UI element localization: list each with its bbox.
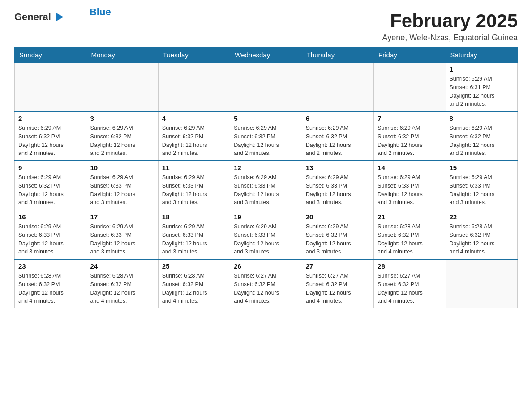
col-saturday: Saturday <box>446 47 517 63</box>
day-number: 26 <box>234 262 298 270</box>
col-sunday: Sunday <box>15 47 86 63</box>
day-number: 27 <box>306 262 370 270</box>
day-number: 3 <box>90 115 154 122</box>
day-number: 22 <box>450 213 514 221</box>
calendar-cell-w1-d7: 1Sunrise: 6:29 AM Sunset: 6:31 PM Daylig… <box>446 63 517 112</box>
logo-general: General <box>14 11 51 23</box>
day-info: Sunrise: 6:28 AM Sunset: 6:32 PM Dayligh… <box>162 272 226 305</box>
day-number: 18 <box>162 213 226 221</box>
calendar-cell-w4-d6: 21Sunrise: 6:28 AM Sunset: 6:32 PM Dayli… <box>374 210 446 259</box>
calendar-cell-w1-d1 <box>15 63 86 112</box>
calendar-cell-w4-d1: 16Sunrise: 6:29 AM Sunset: 6:33 PM Dayli… <box>15 210 86 259</box>
calendar-cell-w2-d5: 6Sunrise: 6:29 AM Sunset: 6:32 PM Daylig… <box>302 111 373 161</box>
calendar-cell-w3-d7: 15Sunrise: 6:29 AM Sunset: 6:33 PM Dayli… <box>446 161 517 210</box>
day-info: Sunrise: 6:29 AM Sunset: 6:31 PM Dayligh… <box>450 75 514 108</box>
calendar-cell-w2-d2: 3Sunrise: 6:29 AM Sunset: 6:32 PM Daylig… <box>86 111 158 161</box>
calendar-cell-w2-d4: 5Sunrise: 6:29 AM Sunset: 6:32 PM Daylig… <box>230 111 302 161</box>
day-number: 25 <box>162 262 226 270</box>
day-info: Sunrise: 6:29 AM Sunset: 6:32 PM Dayligh… <box>306 223 370 256</box>
day-number: 24 <box>90 262 154 270</box>
calendar-cell-w4-d7: 22Sunrise: 6:28 AM Sunset: 6:32 PM Dayli… <box>446 210 517 259</box>
day-info: Sunrise: 6:28 AM Sunset: 6:32 PM Dayligh… <box>378 223 442 256</box>
calendar-cell-w5-d4: 26Sunrise: 6:27 AM Sunset: 6:32 PM Dayli… <box>230 259 302 308</box>
calendar-cell-w2-d3: 4Sunrise: 6:29 AM Sunset: 6:32 PM Daylig… <box>158 111 230 161</box>
day-number: 28 <box>378 262 442 270</box>
day-info: Sunrise: 6:29 AM Sunset: 6:33 PM Dayligh… <box>162 173 226 207</box>
day-number: 19 <box>234 213 298 221</box>
svg-marker-0 <box>56 13 64 21</box>
day-number: 6 <box>306 115 370 122</box>
calendar-cell-w5-d3: 25Sunrise: 6:28 AM Sunset: 6:32 PM Dayli… <box>158 259 230 308</box>
calendar-cell-w2-d1: 2Sunrise: 6:29 AM Sunset: 6:32 PM Daylig… <box>15 111 86 161</box>
logo: General Blue <box>14 11 111 23</box>
day-number: 2 <box>18 115 82 122</box>
calendar-subtitle: Ayene, Wele-Nzas, Equatorial Guinea <box>382 33 518 43</box>
day-info: Sunrise: 6:27 AM Sunset: 6:32 PM Dayligh… <box>306 272 370 305</box>
day-info: Sunrise: 6:29 AM Sunset: 6:33 PM Dayligh… <box>18 223 82 256</box>
calendar-cell-w1-d6 <box>374 63 446 112</box>
day-number: 5 <box>234 115 298 122</box>
calendar-cell-w3-d6: 14Sunrise: 6:29 AM Sunset: 6:33 PM Dayli… <box>374 161 446 210</box>
day-info: Sunrise: 6:29 AM Sunset: 6:33 PM Dayligh… <box>90 223 154 256</box>
calendar-cell-w5-d1: 23Sunrise: 6:28 AM Sunset: 6:32 PM Dayli… <box>15 259 86 308</box>
day-info: Sunrise: 6:29 AM Sunset: 6:32 PM Dayligh… <box>378 124 442 158</box>
calendar-cell-w3-d5: 13Sunrise: 6:29 AM Sunset: 6:33 PM Dayli… <box>302 161 373 210</box>
day-info: Sunrise: 6:27 AM Sunset: 6:32 PM Dayligh… <box>378 272 442 305</box>
calendar-cell-w1-d2 <box>86 63 158 112</box>
day-info: Sunrise: 6:29 AM Sunset: 6:33 PM Dayligh… <box>234 223 298 256</box>
day-info: Sunrise: 6:29 AM Sunset: 6:32 PM Dayligh… <box>90 124 154 158</box>
day-info: Sunrise: 6:29 AM Sunset: 6:33 PM Dayligh… <box>378 173 442 207</box>
day-info: Sunrise: 6:29 AM Sunset: 6:33 PM Dayligh… <box>162 223 226 256</box>
day-info: Sunrise: 6:29 AM Sunset: 6:33 PM Dayligh… <box>234 173 298 207</box>
day-info: Sunrise: 6:29 AM Sunset: 6:32 PM Dayligh… <box>162 124 226 158</box>
day-number: 11 <box>162 164 226 171</box>
day-number: 4 <box>162 115 226 122</box>
calendar-cell-w2-d6: 7Sunrise: 6:29 AM Sunset: 6:32 PM Daylig… <box>374 111 446 161</box>
col-tuesday: Tuesday <box>158 47 230 63</box>
calendar-cell-w5-d2: 24Sunrise: 6:28 AM Sunset: 6:32 PM Dayli… <box>86 259 158 308</box>
calendar-cell-w3-d3: 11Sunrise: 6:29 AM Sunset: 6:33 PM Dayli… <box>158 161 230 210</box>
day-info: Sunrise: 6:29 AM Sunset: 6:32 PM Dayligh… <box>18 173 82 207</box>
day-info: Sunrise: 6:29 AM Sunset: 6:32 PM Dayligh… <box>18 124 82 158</box>
calendar-title: February 2025 <box>382 11 518 31</box>
day-number: 1 <box>450 65 514 73</box>
day-number: 20 <box>306 213 370 221</box>
calendar-week-1: 1Sunrise: 6:29 AM Sunset: 6:31 PM Daylig… <box>15 63 518 112</box>
calendar-week-2: 2Sunrise: 6:29 AM Sunset: 6:32 PM Daylig… <box>15 111 518 161</box>
day-info: Sunrise: 6:29 AM Sunset: 6:32 PM Dayligh… <box>450 124 514 158</box>
day-number: 9 <box>18 164 82 171</box>
day-number: 8 <box>450 115 514 122</box>
day-info: Sunrise: 6:29 AM Sunset: 6:33 PM Dayligh… <box>90 173 154 207</box>
calendar-cell-w3-d1: 9Sunrise: 6:29 AM Sunset: 6:32 PM Daylig… <box>15 161 86 210</box>
day-number: 12 <box>234 164 298 171</box>
calendar-table: Sunday Monday Tuesday Wednesday Thursday… <box>14 47 518 308</box>
day-info: Sunrise: 6:29 AM Sunset: 6:33 PM Dayligh… <box>306 173 370 207</box>
page-header: General Blue February 2025 Ayene, Wele-N… <box>14 11 518 43</box>
day-info: Sunrise: 6:28 AM Sunset: 6:32 PM Dayligh… <box>18 272 82 305</box>
day-info: Sunrise: 6:28 AM Sunset: 6:32 PM Dayligh… <box>450 223 514 256</box>
day-number: 10 <box>90 164 154 171</box>
calendar-cell-w3-d2: 10Sunrise: 6:29 AM Sunset: 6:33 PM Dayli… <box>86 161 158 210</box>
calendar-cell-w4-d3: 18Sunrise: 6:29 AM Sunset: 6:33 PM Dayli… <box>158 210 230 259</box>
calendar-header-row: Sunday Monday Tuesday Wednesday Thursday… <box>15 47 518 63</box>
col-friday: Friday <box>374 47 446 63</box>
calendar-cell-w4-d5: 20Sunrise: 6:29 AM Sunset: 6:32 PM Dayli… <box>302 210 373 259</box>
day-number: 14 <box>378 164 442 171</box>
calendar-cell-w4-d4: 19Sunrise: 6:29 AM Sunset: 6:33 PM Dayli… <box>230 210 302 259</box>
day-number: 15 <box>450 164 514 171</box>
calendar-week-4: 16Sunrise: 6:29 AM Sunset: 6:33 PM Dayli… <box>15 210 518 259</box>
day-info: Sunrise: 6:28 AM Sunset: 6:32 PM Dayligh… <box>90 272 154 305</box>
day-info: Sunrise: 6:29 AM Sunset: 6:33 PM Dayligh… <box>450 173 514 207</box>
day-number: 16 <box>18 213 82 221</box>
col-monday: Monday <box>86 47 158 63</box>
calendar-cell-w5-d7 <box>446 259 517 308</box>
col-wednesday: Wednesday <box>230 47 302 63</box>
calendar-cell-w4-d2: 17Sunrise: 6:29 AM Sunset: 6:33 PM Dayli… <box>86 210 158 259</box>
title-section: February 2025 Ayene, Wele-Nzas, Equatori… <box>382 11 518 43</box>
calendar-cell-w1-d4 <box>230 63 302 112</box>
day-number: 13 <box>306 164 370 171</box>
logo-triangle-icon <box>52 11 64 23</box>
calendar-cell-w3-d4: 12Sunrise: 6:29 AM Sunset: 6:33 PM Dayli… <box>230 161 302 210</box>
calendar-cell-w2-d7: 8Sunrise: 6:29 AM Sunset: 6:32 PM Daylig… <box>446 111 517 161</box>
day-info: Sunrise: 6:27 AM Sunset: 6:32 PM Dayligh… <box>234 272 298 305</box>
